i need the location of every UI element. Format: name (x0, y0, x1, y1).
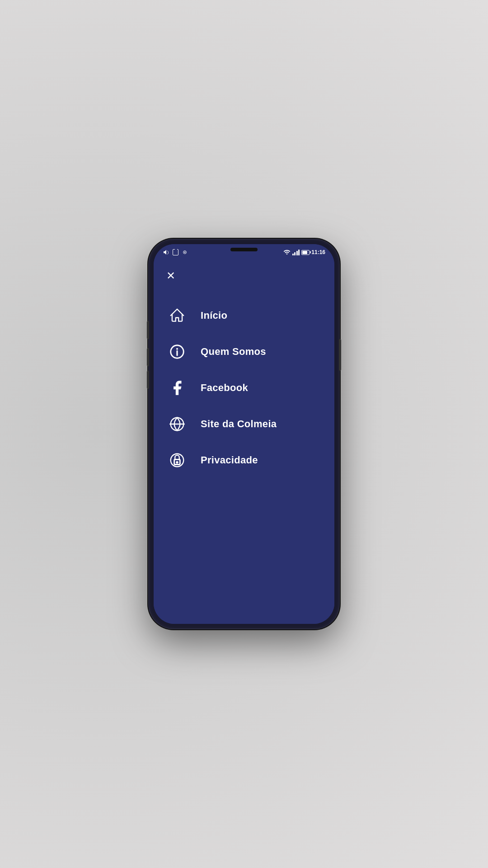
wifi-icon (283, 249, 291, 256)
svg-point-8 (176, 462, 178, 463)
speaker (230, 248, 258, 251)
menu-item-facebook[interactable]: Facebook (163, 370, 325, 406)
menu-item-privacidade[interactable]: Privacidade (163, 442, 325, 478)
globe-icon (167, 414, 187, 434)
phone-screen: 11:16 ✕ Início (154, 244, 334, 624)
svg-point-1 (184, 252, 186, 253)
close-button[interactable]: ✕ (163, 268, 179, 284)
menu-list: Início Quem Somos (163, 297, 325, 478)
facebook-icon (167, 378, 187, 398)
camera-indicator-icon (181, 249, 188, 256)
svg-point-4 (177, 349, 178, 349)
menu-item-site-da-colmeia[interactable]: Site da Colmeia (163, 406, 325, 442)
screen-content: ✕ Início (154, 260, 334, 624)
menu-label-site-da-colmeia: Site da Colmeia (201, 418, 277, 430)
volume-icon (163, 249, 170, 256)
menu-item-quem-somos[interactable]: Quem Somos (163, 334, 325, 370)
menu-label-privacidade: Privacidade (201, 454, 258, 466)
lock-icon (167, 450, 187, 470)
menu-label-facebook: Facebook (201, 382, 248, 394)
signal-icon (292, 249, 300, 255)
status-right-icons: 11:16 (283, 249, 325, 256)
status-time: 11:16 (311, 249, 325, 255)
menu-item-inicio[interactable]: Início (163, 297, 325, 334)
menu-label-quem-somos: Quem Somos (201, 346, 266, 358)
home-icon (167, 306, 187, 326)
phone-device: 11:16 ✕ Início (149, 240, 339, 628)
battery-icon (301, 250, 310, 255)
close-icon: ✕ (166, 270, 175, 281)
sim-icon (173, 249, 178, 255)
status-bar: 11:16 (154, 244, 334, 260)
info-icon (167, 342, 187, 362)
status-left-icons (163, 249, 188, 256)
menu-label-inicio: Início (201, 310, 227, 321)
